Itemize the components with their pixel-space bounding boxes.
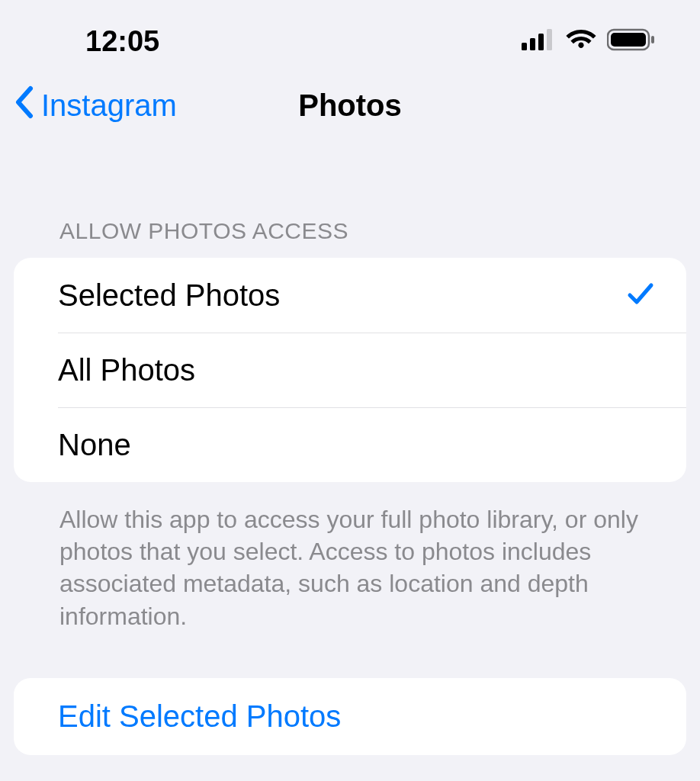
checkmark-icon (625, 278, 656, 312)
battery-icon (607, 28, 656, 54)
back-button[interactable]: Instagram (14, 85, 177, 126)
navigation-bar: Instagram Photos (0, 69, 700, 142)
cellular-signal-icon (522, 29, 555, 53)
access-options-group: Selected Photos All Photos None (14, 258, 686, 482)
svg-rect-0 (522, 43, 527, 50)
option-label: None (58, 428, 131, 462)
option-selected-photos[interactable]: Selected Photos (14, 258, 686, 333)
edit-selected-photos-button[interactable]: Edit Selected Photos (14, 678, 686, 755)
status-bar: 12:05 (0, 0, 700, 69)
option-label: All Photos (58, 353, 195, 387)
back-label: Instagram (41, 88, 177, 123)
option-label: Selected Photos (58, 278, 280, 313)
svg-rect-1 (530, 38, 535, 50)
page-title: Photos (298, 88, 402, 123)
option-all-photos[interactable]: All Photos (14, 333, 686, 407)
section-footer: Allow this app to access your full photo… (0, 503, 700, 632)
chevron-left-icon (14, 85, 37, 126)
svg-rect-6 (651, 36, 654, 43)
svg-rect-2 (538, 34, 544, 50)
wifi-icon (566, 28, 596, 54)
svg-rect-5 (611, 33, 646, 47)
option-none[interactable]: None (14, 407, 686, 482)
status-indicators (522, 28, 656, 54)
svg-rect-3 (547, 29, 552, 50)
status-time: 12:05 (85, 25, 159, 58)
action-label: Edit Selected Photos (58, 699, 341, 733)
section-header: ALLOW PHOTOS ACCESS (0, 218, 700, 244)
